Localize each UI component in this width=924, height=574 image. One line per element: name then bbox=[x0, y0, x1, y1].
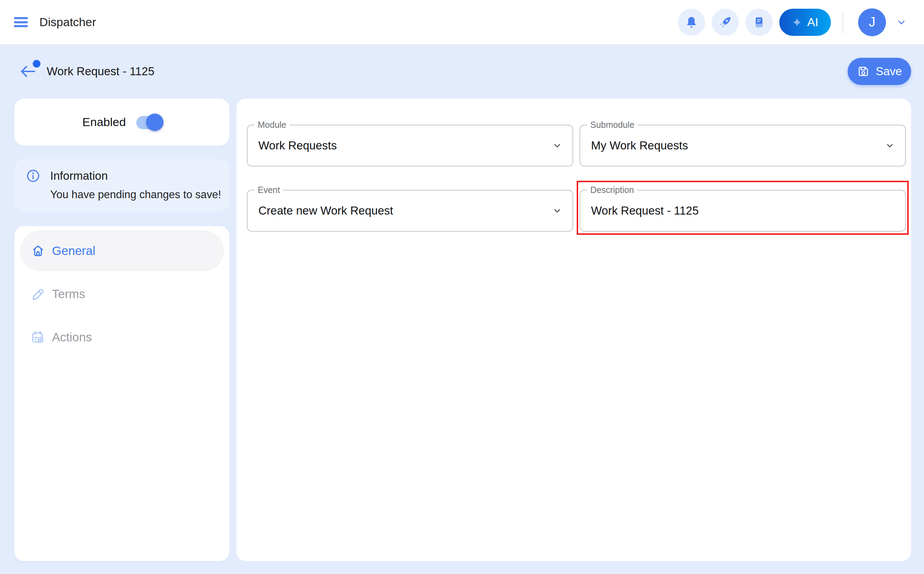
save-button[interactable]: Save bbox=[848, 58, 911, 85]
home-icon bbox=[31, 244, 45, 258]
pen-icon bbox=[31, 287, 45, 301]
sidebar-item-label: General bbox=[52, 244, 95, 258]
chevron-down-icon bbox=[552, 205, 563, 216]
event-field-cell: Event Create new Work Request bbox=[247, 190, 573, 232]
submodule-field-label: Submodule bbox=[587, 120, 638, 130]
content-area: Enabled Information You have pending cha… bbox=[0, 99, 924, 561]
page-toolbar: Work Request - 1125 Save bbox=[0, 44, 924, 99]
submodule-field-value: My Work Requests bbox=[591, 139, 688, 152]
info-card: Information You have pending changes to … bbox=[14, 159, 229, 211]
avatar-initial: J bbox=[869, 15, 875, 30]
avatar[interactable]: J bbox=[858, 8, 886, 36]
docs-icon bbox=[753, 16, 765, 28]
enabled-card: Enabled bbox=[14, 99, 229, 146]
module-field-cell: Module Work Requests bbox=[247, 125, 573, 167]
ai-button[interactable]: AI bbox=[779, 9, 831, 36]
info-message: You have pending changes to save! bbox=[50, 188, 218, 201]
enabled-toggle[interactable] bbox=[136, 115, 161, 129]
back-arrow-icon bbox=[20, 65, 36, 78]
form-grid: Module Work Requests Submodule My Work R… bbox=[247, 125, 906, 232]
event-field-value: Create new Work Request bbox=[258, 204, 393, 218]
bell-icon bbox=[685, 16, 698, 29]
launch-button[interactable] bbox=[712, 9, 739, 36]
sidebar-item-terms[interactable]: Terms bbox=[20, 273, 224, 314]
module-select[interactable]: Module Work Requests bbox=[247, 125, 573, 167]
ai-button-label: AI bbox=[807, 15, 818, 29]
notification-dot bbox=[33, 60, 40, 68]
chevron-down-icon bbox=[552, 140, 563, 151]
toggle-knob bbox=[146, 114, 163, 131]
info-title: Information bbox=[50, 169, 108, 183]
back-button[interactable] bbox=[20, 65, 36, 78]
header-divider bbox=[842, 11, 843, 33]
header-actions: AI J bbox=[678, 8, 907, 36]
page-title: Work Request - 1125 bbox=[47, 65, 155, 78]
sparkle-icon bbox=[792, 17, 802, 27]
submodule-field-cell: Submodule My Work Requests bbox=[579, 125, 906, 167]
info-card-header: Information bbox=[26, 169, 218, 183]
event-select[interactable]: Event Create new Work Request bbox=[247, 190, 573, 232]
app-header: Dispatcher AI J bbox=[0, 0, 924, 44]
sidebar-item-label: Actions bbox=[52, 330, 92, 344]
chevron-down-icon[interactable] bbox=[896, 17, 907, 27]
event-field-label: Event bbox=[255, 184, 283, 195]
module-field-label: Module bbox=[255, 120, 290, 130]
sidebar-item-general[interactable]: General bbox=[20, 230, 224, 271]
main-panel: Module Work Requests Submodule My Work R… bbox=[236, 99, 911, 561]
sidebar-item-label: Terms bbox=[52, 287, 85, 301]
description-field[interactable]: Description bbox=[579, 190, 906, 232]
module-field-value: Work Requests bbox=[258, 139, 337, 152]
chevron-down-icon bbox=[884, 140, 896, 151]
calendar-plus-icon bbox=[31, 330, 45, 344]
sidebar: Enabled Information You have pending cha… bbox=[14, 99, 229, 561]
info-icon bbox=[26, 169, 40, 183]
description-input[interactable] bbox=[591, 191, 894, 231]
sidebar-nav: General Terms Actions bbox=[14, 226, 229, 561]
submodule-select[interactable]: Submodule My Work Requests bbox=[579, 125, 906, 167]
docs-button[interactable] bbox=[745, 9, 773, 36]
save-icon bbox=[857, 65, 870, 78]
hamburger-icon[interactable] bbox=[14, 17, 28, 27]
app-title: Dispatcher bbox=[40, 15, 96, 29]
enabled-label: Enabled bbox=[82, 115, 126, 129]
description-field-cell: Description bbox=[579, 190, 906, 232]
notifications-button[interactable] bbox=[678, 9, 705, 36]
sidebar-item-actions[interactable]: Actions bbox=[20, 317, 224, 358]
rocket-icon bbox=[718, 16, 732, 29]
save-button-label: Save bbox=[875, 65, 902, 78]
